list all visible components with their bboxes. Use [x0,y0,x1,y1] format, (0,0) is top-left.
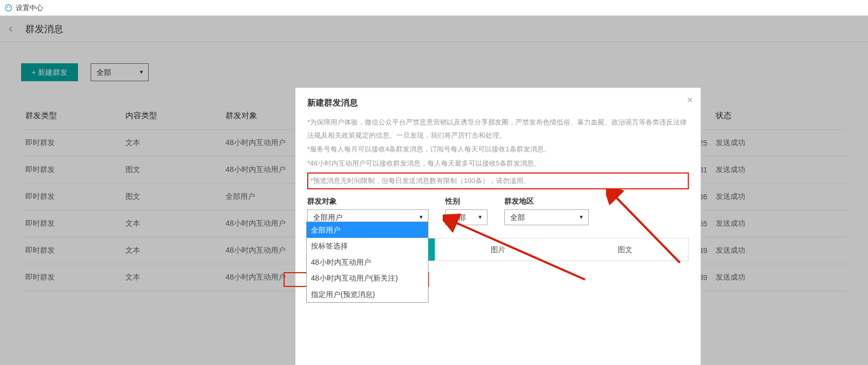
region-select[interactable]: 全部 [504,209,589,225]
modal-note-3: *48小时内互动用户可以接收群发消息，每人每天最多可以接收5条群发消息。 [307,157,689,170]
tab-news[interactable]: 图文 [561,238,688,261]
field-region: 群发地区 全部 [504,197,589,225]
dropdown-opt-48h-new[interactable]: 48小时内互动用户(新关注) [307,270,428,286]
highlight-box-note4: *预览消息无时间限制，但每日发送消息数有限制（100条），请勿滥用。 [307,172,689,190]
gender-select-value: 全部 [451,213,466,222]
target-dropdown: 全部用户 按标签选择 48小时内互动用户 48小时内互动用户(新关注) 指定用户… [306,222,428,303]
svg-point-1 [7,6,8,7]
tab-image[interactable]: 图片 [435,238,562,261]
modal-note-2: *服务号每人每月可以接收4条群发消息，订阅号每人每天可以接收1条群发消息。 [307,143,689,156]
window-title: 设置中心 [16,0,43,16]
modal-title: 新建群发消息 [307,98,689,109]
field-region-label: 群发地区 [504,197,589,206]
field-target-label: 群发对象 [307,197,428,206]
field-gender: 性别 全部 [445,197,487,225]
svg-point-2 [9,6,10,7]
modal-note-1: *为保障用户体验，微信公众平台严禁恶意营销以及诱导分享朋友圈，严禁发布色情低俗、… [307,116,689,142]
app-icon [4,4,13,12]
target-select-value: 全部用户 [313,213,343,222]
window-titlebar: 设置中心 [0,0,868,16]
gender-select[interactable]: 全部 [445,209,487,225]
modal-note-4: *预览消息无时间限制，但每日发送消息数有限制（100条），请勿滥用。 [310,175,686,188]
modal-close-button[interactable]: × [687,94,693,105]
dropdown-opt-48h[interactable]: 48小时内互动用户 [307,254,428,270]
dropdown-opt-preview[interactable]: 指定用户(预览消息) [307,286,428,302]
region-select-value: 全部 [510,213,525,222]
dropdown-opt-tag[interactable]: 按标签选择 [307,238,428,254]
svg-point-0 [5,5,12,11]
dropdown-opt-all[interactable]: 全部用户 [307,222,428,238]
field-gender-label: 性别 [445,197,487,206]
